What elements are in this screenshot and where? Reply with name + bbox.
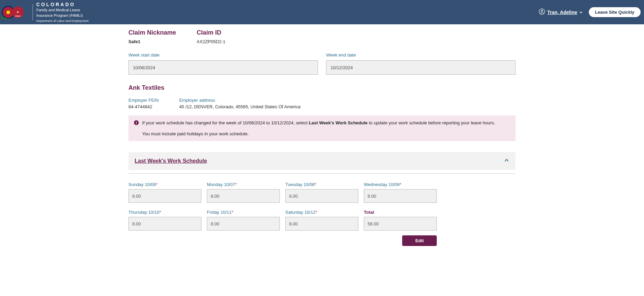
week-start-input: 10/06/2024 [128,60,318,75]
app-header: ✲ COLORADO Family and Medical Leave Insu… [0,0,644,24]
svg-point-4 [136,121,137,122]
schedule-day: Thursday 10/10* 8.00 [128,210,201,231]
day-label: Sunday 10/06* [128,182,201,187]
info-icon [134,120,139,137]
employer-address-value: 45 /12, DENVER, Colorado, 45565, United … [179,104,300,109]
employer-fein-block: Employer FEIN 64-4744842 [128,98,159,109]
banner-line2: You must include paid holidays in your w… [142,131,510,137]
divider [33,4,33,21]
banner-before: If your work schedule has changed for th… [142,120,309,125]
svg-point-1 [541,10,543,12]
week-end-col: Week end date 10/12/2024 [326,52,516,75]
employer-address-label: Employer address [179,98,300,103]
banner-bold: Last Week's Work Schedule [309,120,368,125]
week-end-input: 10/12/2024 [326,60,516,75]
schedule-grid: Sunday 10/06* 8.00 Monday 10/07* 8.00 Tu… [128,182,437,231]
day-label: Monday 10/07* [207,182,280,187]
day-label: Wednesday 10/09* [364,182,437,187]
main-content: Claim Nickname Safe1 Claim ID AX2ZP05D2-… [128,24,516,256]
claim-id-block: Claim ID AX2ZP05D2-1 [197,29,225,44]
total-value: 56.00 [364,217,437,231]
day-input: 8.00 [285,189,358,203]
edit-button[interactable]: Edit [402,235,437,246]
employer-name: Ank Textiles [128,84,516,91]
logo-icon: ✲ [2,5,29,19]
logo-text: COLORADO Family and Medical Leave Insura… [36,2,89,23]
employer-fein-label: Employer FEIN [128,98,159,103]
week-end-label: Week end date [326,52,516,58]
brand-subtitle-2: Insurance Program (FAMLI) [36,13,89,18]
user-name: Tran, Adeline [547,10,577,15]
day-input: 8.00 [207,189,280,203]
banner-after: to update your work schedule before repo… [368,120,495,125]
week-start-label: Week start date [128,52,318,58]
schedule-day: Wednesday 10/09* 8.00 [364,182,437,203]
banner-body: If your work schedule has changed for th… [142,120,510,137]
schedule-day: Sunday 10/06* 8.00 [128,182,201,203]
day-label: Thursday 10/10* [128,210,201,215]
day-label: Friday 10/11* [207,210,280,215]
chevron-up-icon [504,158,509,164]
day-input: 8.00 [128,217,201,231]
header-right: Tran, Adeline Leave Site Quickly [538,7,641,17]
employer-row: Employer FEIN 64-4744842 Employer addres… [128,98,516,109]
day-input: 8.00 [285,217,358,231]
day-input: 8.00 [128,189,201,203]
brand-title: COLORADO [36,2,89,8]
claim-id-label: Claim ID [197,29,225,36]
claim-nickname-value: Safe1 [128,39,176,44]
schedule-total: Total 56.00 [364,210,437,231]
chevron-down-icon [579,9,583,15]
schedule-day: Monday 10/07* 8.00 [207,182,280,203]
claim-row: Claim Nickname Safe1 Claim ID AX2ZP05D2-… [128,29,516,44]
claim-id-value: AX2ZP05D2-1 [197,39,225,44]
total-label: Total [364,210,437,215]
accordion-title: Last Week's Work Schedule [135,158,207,164]
day-label: Tuesday 10/08* [285,182,358,187]
logo-block: ✲ COLORADO Family and Medical Leave Insu… [2,2,89,23]
employer-address-block: Employer address 45 /12, DENVER, Colorad… [179,98,300,109]
schedule-day: Tuesday 10/08* 8.00 [285,182,358,203]
user-icon [538,8,545,16]
employer-fein-value: 64-4744842 [128,104,159,109]
svg-rect-3 [136,122,137,124]
schedule-accordion-header[interactable]: Last Week's Work Schedule [128,152,516,170]
divider [128,173,516,174]
claim-nickname-label: Claim Nickname [128,29,176,36]
edit-row: Edit [128,235,437,246]
claim-nickname-block: Claim Nickname Safe1 [128,29,176,44]
banner-line1: If your work schedule has changed for th… [142,120,510,126]
week-row: Week start date 10/06/2024 Week end date… [128,52,516,75]
week-start-col: Week start date 10/06/2024 [128,52,318,75]
brand-subtitle-1: Family and Medical Leave [36,8,89,12]
schedule-day: Saturday 10/12* 8.00 [285,210,358,231]
schedule-day: Friday 10/11* 8.00 [207,210,280,231]
day-input: 8.00 [207,217,280,231]
user-menu[interactable]: Tran, Adeline [538,8,583,16]
day-input: 8.00 [364,189,437,203]
leave-site-button[interactable]: Leave Site Quickly [589,7,641,17]
brand-dept: Department of Labor and Employment [36,19,89,23]
info-banner: If your work schedule has changed for th… [128,115,516,141]
day-label: Saturday 10/12* [285,210,358,215]
